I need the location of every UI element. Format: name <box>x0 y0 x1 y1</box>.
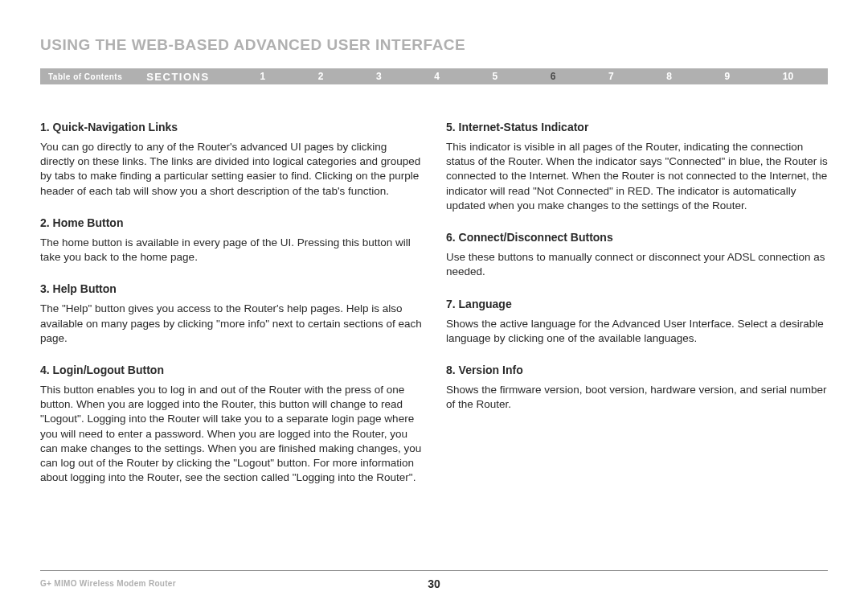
section-link-10[interactable]: 10 <box>783 71 793 82</box>
section-link-1[interactable]: 1 <box>260 71 265 82</box>
section-link-4[interactable]: 4 <box>434 71 440 82</box>
sections-label: SECTIONS <box>146 71 209 83</box>
right-column: 5. Internet-Status Indicator This indica… <box>446 121 828 503</box>
item-heading: 1. Quick-Navigation Links <box>40 121 422 134</box>
item-1: 1. Quick-Navigation Links You can go dir… <box>40 121 422 199</box>
item-heading: 5. Internet-Status Indicator <box>446 121 828 134</box>
item-5: 5. Internet-Status Indicator This indica… <box>446 121 828 213</box>
item-body: The home button is available in every pa… <box>40 236 422 265</box>
item-8: 8. Version Info Shows the firmware versi… <box>446 364 828 412</box>
section-link-3[interactable]: 3 <box>376 71 382 82</box>
toc-link[interactable]: Table of Contents <box>48 72 122 81</box>
item-heading: 8. Version Info <box>446 364 828 376</box>
item-body: This indicator is visible in all pages o… <box>446 140 828 213</box>
page-title: USING THE WEB-BASED ADVANCED USER INTERF… <box>40 36 828 54</box>
section-link-5[interactable]: 5 <box>493 71 498 82</box>
section-link-6[interactable]: 6 <box>551 71 556 82</box>
item-heading: 6. Connect/Disconnect Buttons <box>446 231 828 244</box>
item-body: You can go directly to any of the Router… <box>40 140 422 199</box>
item-6: 6. Connect/Disconnect Buttons Use these … <box>446 231 828 279</box>
item-body: This button enables you to log in and ou… <box>40 383 422 486</box>
section-numbers: 1 2 3 4 5 6 7 8 9 10 <box>234 71 820 82</box>
footer-line: G+ MIMO Wireless Modem Router 30 <box>40 570 828 588</box>
section-link-7[interactable]: 7 <box>608 71 614 82</box>
item-heading: 7. Language <box>446 298 828 310</box>
item-heading: 4. Login/Logout Button <box>40 364 422 376</box>
section-link-8[interactable]: 8 <box>666 71 672 82</box>
item-body: Shows the firmware version, boot version… <box>446 383 828 412</box>
item-body: The "Help" button gives you access to th… <box>40 302 422 346</box>
page-number: 30 <box>428 577 440 590</box>
item-body: Shows the active language for the Advanc… <box>446 317 828 346</box>
left-column: 1. Quick-Navigation Links You can go dir… <box>40 121 422 503</box>
item-heading: 2. Home Button <box>40 216 422 229</box>
item-4: 4. Login/Logout Button This button enabl… <box>40 364 422 486</box>
item-2: 2. Home Button The home button is availa… <box>40 216 422 265</box>
content-area: 1. Quick-Navigation Links You can go dir… <box>40 121 828 503</box>
section-link-9[interactable]: 9 <box>725 71 731 82</box>
section-link-2[interactable]: 2 <box>318 71 324 82</box>
footer: G+ MIMO Wireless Modem Router 30 <box>40 570 828 588</box>
item-3: 3. Help Button The "Help" button gives y… <box>40 282 422 346</box>
item-body: Use these buttons to manually connect or… <box>446 250 828 279</box>
nav-bar: Table of Contents SECTIONS 1 2 3 4 5 6 7… <box>40 68 828 84</box>
item-heading: 3. Help Button <box>40 282 422 295</box>
item-7: 7. Language Shows the active language fo… <box>446 298 828 346</box>
product-name: G+ MIMO Wireless Modem Router <box>40 579 176 588</box>
